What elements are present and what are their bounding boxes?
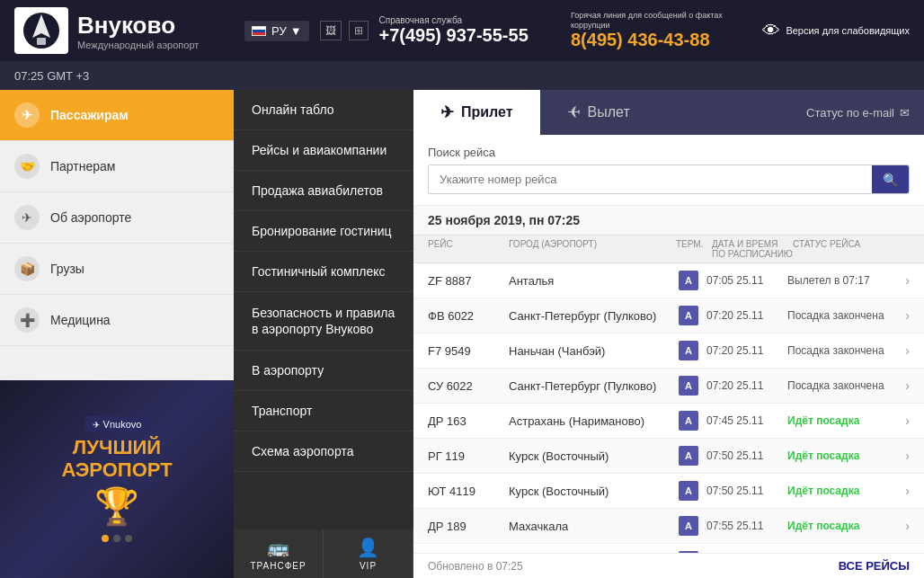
logo-text-area: Внуково Международный аэропорт bbox=[77, 12, 199, 50]
flight-datetime: 07:20 25.11 bbox=[706, 344, 787, 357]
flight-terminal: A bbox=[671, 376, 706, 396]
dropdown-item-hotels[interactable]: Бронирование гостиниц bbox=[234, 211, 413, 252]
flight-status: Посадка закончена bbox=[787, 379, 895, 392]
vip-button[interactable]: 👤 VIP bbox=[324, 529, 413, 578]
flight-status: Идёт посадка bbox=[787, 520, 895, 532]
partners-icon: 🤝 bbox=[14, 154, 40, 179]
svg-rect-2 bbox=[37, 38, 46, 45]
terminal-badge: A bbox=[679, 411, 698, 431]
departure-icon: ✈ bbox=[567, 102, 581, 122]
eye-icon: 👁 bbox=[762, 21, 780, 41]
dropdown-item-inairport[interactable]: В аэропорту bbox=[234, 351, 413, 391]
flight-number: РГ 119 bbox=[428, 449, 509, 463]
status-email-button[interactable]: Статус по e-mail ✉ bbox=[806, 106, 924, 120]
grid-icon[interactable]: ⊞ bbox=[349, 21, 369, 40]
terminal-badge: A bbox=[679, 446, 698, 466]
tab-departure[interactable]: ✈ Вылет bbox=[540, 90, 657, 135]
dropdown-item-security[interactable]: Безопасность и правилав аэропорту Внуков… bbox=[234, 292, 413, 351]
flight-city: Махачкала bbox=[509, 520, 671, 533]
chevron-down-icon: ▼ bbox=[290, 24, 302, 38]
flight-datetime: 07:20 25.11 bbox=[706, 309, 787, 322]
chevron-right-icon: › bbox=[895, 449, 910, 463]
table-row[interactable]: ДР 163 Астрахань (Нариманово) A 07:45 25… bbox=[413, 404, 924, 439]
dot-1[interactable] bbox=[102, 535, 109, 542]
col-header-term: ТЕРМ. bbox=[676, 239, 712, 259]
header-hotline: Горячая линия для сообщений о фактах кор… bbox=[571, 11, 751, 51]
search-button[interactable]: 🔍 bbox=[872, 165, 909, 193]
flight-status: Идёт посадка bbox=[787, 414, 895, 427]
about-icon: ✈ bbox=[14, 205, 40, 230]
arrival-icon: ✈ bbox=[440, 102, 454, 122]
flight-datetime: 07:50 25.11 bbox=[706, 485, 787, 497]
logo-icon bbox=[14, 7, 68, 54]
table-row[interactable]: F7 9549 Наньчан (Чанбэй) A 07:20 25.11 П… bbox=[413, 333, 924, 369]
dropdown-item-board[interactable]: Онлайн табло bbox=[234, 90, 413, 130]
hotline-phone: 8(495) 436-43-88 bbox=[571, 30, 751, 50]
flag-icon bbox=[252, 26, 266, 36]
dot-2[interactable] bbox=[113, 535, 120, 542]
header: Внуково Международный аэропорт РУ ▼ 🖼 ⊞ … bbox=[0, 0, 924, 61]
hotline-label: Горячая линия для сообщений о фактах кор… bbox=[571, 11, 751, 31]
dropdown-item-flights[interactable]: Рейсы и авиакомпании bbox=[234, 130, 413, 171]
flights-list: ZF 8887 Анталья A 07:05 25.11 Вылетел в … bbox=[413, 263, 924, 553]
search-bar: Поиск рейса 🔍 bbox=[413, 135, 924, 206]
flight-panel: ✈ Прилет ✈ Вылет Статус по e-mail ✉ Поис… bbox=[413, 90, 924, 578]
transfer-button[interactable]: 🚌 ТРАНСФЕР bbox=[234, 529, 324, 578]
flight-number: ДР 163 bbox=[428, 414, 509, 428]
search-input[interactable] bbox=[429, 165, 872, 193]
flight-terminal: A bbox=[671, 411, 706, 431]
flight-number: ZF 8887 bbox=[428, 274, 509, 288]
flight-datetime: 07:50 25.11 bbox=[706, 449, 787, 462]
flight-datetime: 07:05 25.11 bbox=[706, 274, 787, 287]
table-row[interactable]: ФВ 6022 Санкт-Петербург (Пулково) A 07:2… bbox=[413, 298, 924, 333]
sidebar-cargo-label: Грузы bbox=[50, 262, 84, 276]
tab-departure-label: Вылет bbox=[588, 104, 630, 120]
flight-city: Санкт-Петербург (Пулково) bbox=[509, 379, 671, 393]
header-accessibility[interactable]: 👁 Версия для слабовидящих bbox=[762, 21, 910, 41]
sidebar-item-medical[interactable]: ➕ Медицина bbox=[0, 295, 234, 346]
flight-datetime: 07:20 25.11 bbox=[706, 379, 787, 392]
lang-label: РУ bbox=[271, 24, 287, 38]
table-row[interactable]: РГ 119 Курск (Восточный) A 07:50 25.11 И… bbox=[413, 439, 924, 474]
flight-status: Идёт посадка bbox=[787, 449, 895, 462]
lang-selector[interactable]: РУ ▼ bbox=[244, 21, 309, 41]
col-header-city: ГОРОД (АЭРОПОРТ) bbox=[509, 239, 676, 259]
flight-footer: Обновлено в 07:25 ВСЕ РЕЙСЫ bbox=[413, 553, 924, 578]
sidebar-item-about[interactable]: ✈ Об аэропорте bbox=[0, 192, 234, 244]
col-header-status: СТАТУС РЕЙСА bbox=[793, 239, 910, 259]
dropdown-item-hotel-complex[interactable]: Гостиничный комплекс bbox=[234, 252, 413, 292]
tab-arrival[interactable]: ✈ Прилет bbox=[413, 90, 540, 135]
terminal-badge: A bbox=[679, 341, 698, 360]
sidebar-item-cargo[interactable]: 📦 Грузы bbox=[0, 244, 234, 295]
promo-badge: ✈ Vnukovo bbox=[85, 416, 149, 432]
sidebar-passengers-label: Пассажирам bbox=[50, 108, 129, 122]
vip-label: VIP bbox=[360, 561, 377, 571]
col-headers: РЕЙС ГОРОД (АЭРОПОРТ) ТЕРМ. ДАТА И ВРЕМЯ… bbox=[413, 236, 924, 263]
sidebar-item-passengers[interactable]: ✈ Пассажирам bbox=[0, 90, 234, 141]
promo-dots bbox=[102, 535, 132, 542]
dropdown-item-transport[interactable]: Транспорт bbox=[234, 391, 413, 431]
all-flights-link[interactable]: ВСЕ РЕЙСЫ bbox=[839, 559, 910, 573]
table-row[interactable]: ДР 189 Махачкала A 07:55 25.11 Идёт поса… bbox=[413, 509, 924, 544]
image-icon[interactable]: 🖼 bbox=[320, 21, 342, 40]
contact-phone: +7(495) 937-55-55 bbox=[379, 25, 560, 46]
dropdown-item-tickets[interactable]: Продажа авиабилетов bbox=[234, 171, 413, 211]
dropdown-item-map[interactable]: Схема аэропорта bbox=[234, 431, 413, 472]
sidebar-about-label: Об аэропорте bbox=[50, 210, 131, 225]
bottom-buttons-area: 🚌 ТРАНСФЕР 👤 VIP bbox=[234, 529, 413, 578]
table-row[interactable]: ZF 8887 Анталья A 07:05 25.11 Вылетел в … bbox=[413, 263, 924, 298]
chevron-right-icon: › bbox=[895, 378, 910, 393]
table-row[interactable]: СУ 6022 Санкт-Петербург (Пулково) A 07:2… bbox=[413, 369, 924, 404]
flight-status: Идёт посадка bbox=[787, 485, 895, 497]
search-label: Поиск рейса bbox=[428, 146, 910, 159]
table-row[interactable]: ЮТ 4119 Курск (Восточный) A 07:50 25.11 … bbox=[413, 474, 924, 509]
flight-number: ЮТ 4119 bbox=[428, 485, 509, 498]
sidebar-promo: ✈ Vnukovo ЛУЧШИЙ АЭРОПОРТ 🏆 bbox=[0, 380, 234, 578]
sidebar-item-partners[interactable]: 🤝 Партнерам bbox=[0, 141, 234, 192]
promo-title: ЛУЧШИЙ АЭРОПОРТ bbox=[61, 437, 172, 480]
dot-3[interactable] bbox=[125, 535, 132, 542]
main-layout: ✈ Пассажирам 🤝 Партнерам ✈ Об аэропорте … bbox=[0, 90, 924, 578]
terminal-badge: A bbox=[679, 376, 698, 396]
table-row[interactable]: ДР 167 Минеральные Воды A 07:55 25.11 Ид… bbox=[413, 544, 924, 553]
chevron-right-icon: › bbox=[895, 308, 910, 323]
